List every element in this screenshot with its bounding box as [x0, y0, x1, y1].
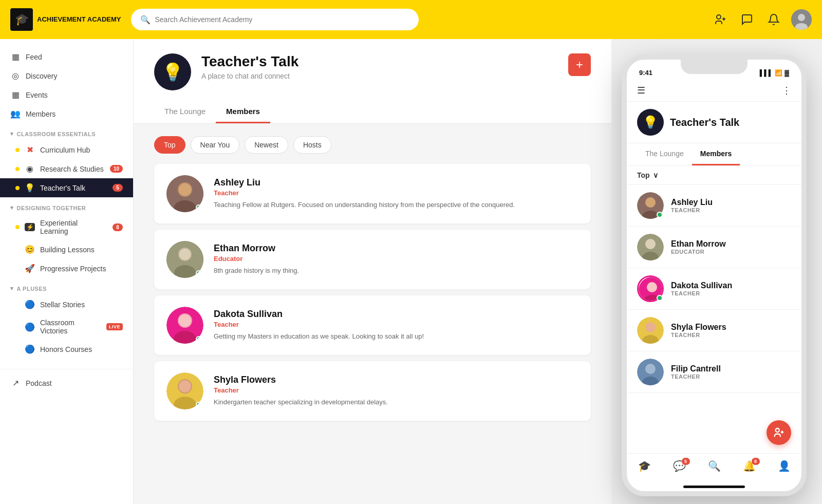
sidebar-item-progressive[interactable]: 🚀 Progressive Projects: [0, 259, 133, 278]
sidebar-label: Honors Courses: [40, 345, 123, 353]
phone-member-item[interactable]: Filip Cantrell TEACHER: [627, 351, 801, 393]
chevron-down-icon: ▾: [10, 204, 14, 211]
sidebar-item-classroom-victories[interactable]: 🔵 Classroom Victories LIVE: [0, 314, 133, 340]
sidebar-item-curriculum[interactable]: ✖ Curriculum Hub: [0, 140, 133, 159]
group-tabs: The Lounge Members: [154, 101, 591, 123]
group-logo: 💡: [154, 53, 191, 90]
bell-icon[interactable]: [764, 10, 783, 29]
phone-nav-home[interactable]: 🎓: [638, 460, 651, 472]
phone-member-item[interactable]: Ashley Liu TEACHER: [627, 185, 801, 227]
phone-group-logo: 💡: [637, 109, 664, 136]
phone-member-list: Ashley Liu TEACHER Ethan Morrow: [627, 185, 801, 453]
chat-icon[interactable]: [738, 10, 756, 29]
phone-member-name: Ethan Morrow: [671, 239, 726, 249]
category-designing-together[interactable]: ▾ Designing Together: [0, 197, 133, 214]
phone-home-indicator: [683, 486, 745, 488]
sidebar-item-events[interactable]: ▦ Events: [0, 85, 133, 104]
phone-member-info: Filip Cantrell TEACHER: [671, 364, 721, 380]
member-card[interactable]: Dakota Sullivan Teacher Getting my Maste…: [154, 295, 591, 355]
phone-tab-members[interactable]: Members: [692, 143, 740, 165]
user-avatar[interactable]: [791, 9, 812, 30]
teachers-talk-icon: 💡: [25, 183, 35, 193]
sidebar-item-teachers-talk[interactable]: 💡 Teacher's Talk 5: [0, 178, 133, 197]
phone-filter[interactable]: Top ∨: [627, 166, 801, 185]
online-indicator: [196, 204, 202, 211]
dot-indicator: [15, 267, 20, 271]
tab-lounge[interactable]: The Lounge: [154, 101, 216, 123]
sidebar-item-research[interactable]: ◉ Research & Studies 10: [0, 159, 133, 178]
research-icon: ◉: [25, 164, 35, 174]
phone-member-item[interactable]: Shyla Flowers TEACHER: [627, 310, 801, 351]
members-section: Top Near You Newest Hosts Ashley Liu Tea…: [134, 124, 611, 439]
phone-member-item[interactable]: Dakota Sullivan TEACHER: [627, 268, 801, 310]
sidebar-item-stellar[interactable]: 🔵 Stellar Stories: [0, 295, 133, 314]
phone-nav-profile[interactable]: 👤: [778, 460, 791, 472]
phone-nav-bell[interactable]: 🔔 8: [743, 460, 756, 472]
online-indicator: [196, 402, 202, 408]
member-avatar: [166, 372, 203, 409]
member-name: Dakota Sullivan: [214, 309, 424, 320]
dot-indicator: [15, 303, 20, 307]
phone-nav-chat[interactable]: 💬 5: [673, 460, 686, 472]
member-card[interactable]: Ashley Liu Teacher Teaching Fellow at Ru…: [154, 164, 591, 223]
sidebar-label: Research & Studies: [40, 165, 105, 173]
chevron-down-icon: ∨: [653, 171, 658, 179]
search-bar[interactable]: 🔍: [131, 9, 419, 30]
add-person-icon[interactable]: [711, 10, 730, 29]
online-indicator: [196, 270, 202, 276]
member-card[interactable]: Ethan Morrow Educator 8th grade history …: [154, 230, 591, 289]
phone-member-role: TEACHER: [671, 374, 721, 380]
phone-bottom-nav: 🎓 💬 5 🔍 🔔 8 👤: [627, 453, 801, 482]
phone-member-info: Shyla Flowers TEACHER: [671, 323, 726, 338]
search-input[interactable]: [155, 15, 409, 24]
phone-member-info: Ethan Morrow EDUCATOR: [671, 239, 726, 255]
category-label: Designing Together: [17, 205, 86, 211]
category-classroom-essentials[interactable]: ▾ Classroom Essentials: [0, 123, 133, 140]
sidebar-label: Podcast: [26, 379, 123, 387]
phone-member-role: EDUCATOR: [671, 249, 726, 255]
dot-indicator: [15, 347, 20, 351]
tab-members[interactable]: Members: [216, 101, 270, 123]
sidebar-item-experiential[interactable]: ⚡ Experiential Learning 8: [0, 214, 133, 240]
sidebar-item-members[interactable]: 👥 Members: [0, 104, 133, 123]
sidebar-label: Discovery: [26, 72, 123, 80]
filter-top[interactable]: Top: [154, 136, 185, 154]
phone-member-info: Ashley Liu TEACHER: [671, 198, 713, 213]
research-badge: 10: [110, 165, 123, 173]
member-bio: Teaching Fellow at Rutgers. Focused on u…: [214, 200, 515, 210]
svg-point-21: [179, 380, 191, 393]
filter-newest[interactable]: Newest: [245, 136, 288, 154]
svg-point-17: [179, 314, 191, 327]
phone-notch: [681, 60, 748, 74]
discovery-icon: ◎: [10, 71, 21, 81]
teachers-talk-badge: 5: [113, 184, 123, 192]
signal-icon: ▌▌▌: [760, 69, 773, 77]
sidebar-item-discovery[interactable]: ◎ Discovery: [0, 66, 133, 85]
phone-tab-lounge[interactable]: The Lounge: [637, 143, 692, 165]
phone-fab[interactable]: [767, 420, 791, 445]
phone-member-role: TEACHER: [671, 332, 726, 338]
member-name: Ashley Liu: [214, 177, 515, 188]
stellar-icon: 🔵: [25, 300, 35, 309]
group-subtitle: A place to chat and connect: [201, 72, 298, 80]
members-icon: 👥: [10, 109, 21, 119]
add-button[interactable]: +: [568, 53, 591, 76]
filter-hosts[interactable]: Hosts: [293, 136, 331, 154]
member-role: Teacher: [214, 321, 424, 328]
sidebar-item-honors[interactable]: 🔵 Honors Courses: [0, 340, 133, 359]
sidebar-item-feed[interactable]: ▦ Feed: [0, 47, 133, 66]
phone-nav-search[interactable]: 🔍: [708, 460, 721, 472]
filter-near-you[interactable]: Near You: [191, 136, 240, 154]
more-icon[interactable]: ⋮: [782, 85, 791, 96]
member-role: Teacher: [214, 189, 515, 197]
menu-icon[interactable]: ☰: [637, 85, 645, 96]
phone-member-item[interactable]: Ethan Morrow EDUCATOR: [627, 227, 801, 268]
phone-member-avatar: [637, 359, 664, 385]
member-info: Ethan Morrow Educator 8th grade history …: [214, 243, 299, 276]
battery-icon: ▓: [784, 69, 789, 77]
category-a-pluses[interactable]: ▾ A Pluses: [0, 278, 133, 295]
sidebar-item-podcast[interactable]: ↗ Podcast: [0, 374, 133, 393]
member-card[interactable]: Shyla Flowers Teacher Kindergarten teach…: [154, 361, 591, 421]
sidebar-item-building[interactable]: 😊 Building Lessons: [0, 240, 133, 259]
phone-tabs: The Lounge Members: [627, 143, 801, 166]
